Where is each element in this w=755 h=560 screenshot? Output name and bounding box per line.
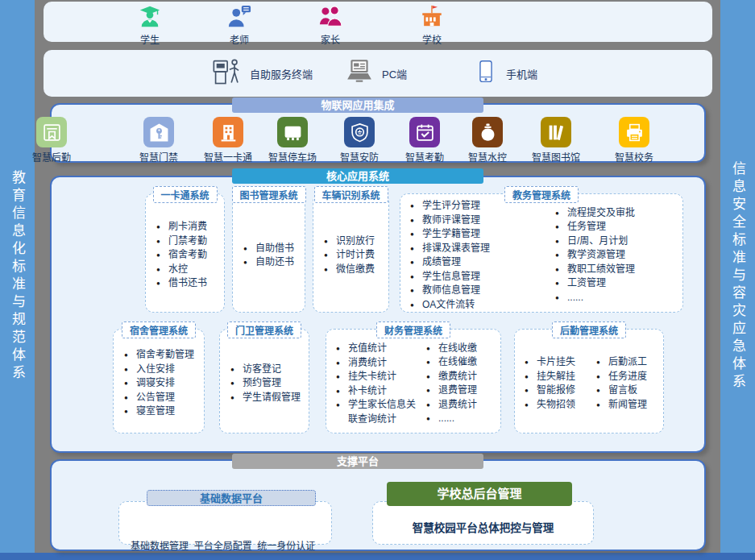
core-section-title: 核心应用系统 <box>232 168 483 184</box>
feature-list: 刷卡消费门禁考勤宿舍考勤水控借书还书 <box>156 220 207 291</box>
list-item: 教职工绩效管理 <box>555 263 635 277</box>
iot-item-door-access: 智慧门禁 <box>139 117 178 164</box>
list-item: 消费统计 <box>336 356 418 371</box>
list-item: 水控 <box>156 263 207 277</box>
user-group-teacher: 老师 <box>227 4 251 46</box>
system-card-body: 充值统计消费统计挂失卡统计补卡统计学生家长信息关联查询统计在线收缴在线催缴缴费统… <box>326 330 500 433</box>
iot-label: 智慧一卡通 <box>204 150 252 164</box>
system-card-title: 车辆识别系统 <box>313 186 388 203</box>
system-card: 教务管理系统学生评分管理教师评课管理学生学籍管理排课及课表管理成绩管理学生信息管… <box>400 193 683 313</box>
terminal-label: PC端 <box>382 66 407 81</box>
terminal-group-pc: PC端 <box>345 57 407 89</box>
system-card: 车辆识别系统识别放行计时计费微信缴费 <box>313 193 389 313</box>
base-data-platform-card: 基础数据管理 平台全局配置 统一身份认证 用户账户与权限管理 单点登录 <box>118 501 332 545</box>
iot-label: 智慧水控 <box>468 150 507 164</box>
iot-label: 智慧考勤 <box>405 150 444 164</box>
system-card: 财务管理系统充值统计消费统计挂失卡统计补卡统计学生家长信息关联查询统计在线收缴在… <box>326 329 501 433</box>
system-card-title: 后勤管理系统 <box>552 321 626 338</box>
system-card-body: 访客登记预约管理学生请假管理 <box>220 330 309 433</box>
system-card-title: 门卫管理系统 <box>227 321 301 338</box>
user-group-school: 学校 <box>420 4 444 46</box>
system-card: 一卡通系统刷卡消费门禁考勤宿舍考勤水控借书还书 <box>145 193 225 313</box>
security-icon <box>344 117 375 147</box>
iot-panel: 物联网应用集成 智慧门禁智慧一卡通智慧停车场智慧安防智慧考勤智慧水控智慧图书馆智… <box>50 103 706 163</box>
list-item: 门禁考勤 <box>156 234 207 249</box>
logistics-icon <box>36 117 67 147</box>
parking-icon <box>277 117 308 147</box>
list-item: 退费统计 <box>426 398 477 413</box>
support-section-title: 支撑平台 <box>232 454 483 469</box>
base-data-platform-features: 基础数据管理 平台全局配置 统一身份认证 用户账户与权限管理 单点登录 <box>119 502 331 560</box>
list-item: 宿舍考勤管理 <box>124 348 194 363</box>
smart-campus-architecture-diagram: 教育信息化标准与规范体系 信息安全标准与容灾应急体系 学生老师家长学校 自助服务… <box>0 0 755 560</box>
list-item: 寝室管理 <box>124 404 194 419</box>
list-item: 在线催缴 <box>426 355 477 370</box>
school-affairs-icon <box>619 117 649 147</box>
list-item: 新闻管理 <box>596 398 647 413</box>
feature-list: 学生评分管理教师评课管理学生学籍管理排课及课表管理成绩管理学生信息管理教师信息管… <box>410 199 497 312</box>
bottom-strip <box>0 553 755 560</box>
system-card-body: 识别放行计时计费微信缴费 <box>313 194 388 312</box>
iot-item-parking: 智慧停车场 <box>268 117 317 164</box>
system-card-title: 宿舍管理系统 <box>122 321 196 338</box>
core-systems-row-1: 一卡通系统刷卡消费门禁考勤宿舍考勤水控借书还书图书管理系统自助借书自助还书车辆识… <box>52 193 704 313</box>
iot-item-library: 智慧图书馆 <box>532 117 580 164</box>
system-card: 图书管理系统自助借书自助还书 <box>232 193 305 313</box>
iot-label: 智慧图书馆 <box>532 150 580 164</box>
terminal-group-kiosk: 自助服务终端 <box>211 56 313 90</box>
iot-section-title: 物联网应用集成 <box>232 97 483 113</box>
user-label: 家长 <box>321 32 340 46</box>
one-card-icon <box>213 117 243 147</box>
feature-list: 卡片挂失挂失解挂智能报修失物招领 <box>525 355 575 412</box>
core-systems-panel: 核心应用系统 一卡通系统刷卡消费门禁考勤宿舍考勤水控借书还书图书管理系统自助借书… <box>50 176 706 453</box>
list-item: 工资管理 <box>555 276 635 291</box>
feature-list: 访客登记预约管理学生请假管理 <box>230 363 301 405</box>
terminal-group-phone: 手机端 <box>474 60 537 87</box>
list-item: 挂失解挂 <box>525 370 575 384</box>
list-item: 退费管理 <box>426 384 477 398</box>
list-item: 预约管理 <box>230 376 301 391</box>
system-card-title: 一卡通系统 <box>152 186 217 203</box>
list-item: 卡片挂失 <box>525 355 575 370</box>
user-label: 学校 <box>422 32 442 46</box>
list-item: ...... <box>555 291 635 305</box>
list-item: 访客登记 <box>230 363 301 377</box>
list-item: 微信缴费 <box>324 263 375 277</box>
list-item: 流程提交及审批 <box>555 206 635 221</box>
left-banner-text: 教育信息化标准与规范体系 <box>7 170 27 383</box>
library-icon <box>541 117 571 147</box>
iot-item-logistics: 智慧后勤 <box>32 117 71 164</box>
student-icon <box>138 4 162 31</box>
feature-list: 宿舍考勤管理入住安排调寝安排公告管理寝室管理 <box>124 348 194 419</box>
list-item: 自助还书 <box>243 255 294 270</box>
feature-list: 后勤派工任务进度留言板新闻管理 <box>596 355 647 412</box>
right-standards-banner: 信息安全标准与容灾应急体系 <box>720 0 755 553</box>
school-admin-description: 智慧校园平台总体把控与管理 <box>373 502 593 544</box>
user-label: 老师 <box>230 32 249 46</box>
phone-icon <box>474 60 498 87</box>
iot-item-water-control: 智慧水控 <box>468 117 507 164</box>
list-item: 学生信息管理 <box>410 270 497 284</box>
feature-list: 流程提交及审批任务管理日/周、月计划教学资源管理教职工绩效管理工资管理.....… <box>555 206 635 305</box>
iot-label: 智慧校务 <box>615 150 653 164</box>
list-item: 刷卡消费 <box>156 220 207 234</box>
system-card-title: 财务管理系统 <box>376 321 450 338</box>
terminal-label: 手机端 <box>506 66 537 81</box>
list-item: 公告管理 <box>124 391 194 405</box>
list-item: 后勤派工 <box>596 355 647 370</box>
system-card-body: 卡片挂失挂失解挂智能报修失物招领后勤派工任务进度留言板新闻管理 <box>515 330 663 433</box>
left-standards-banner: 教育信息化标准与规范体系 <box>0 0 35 553</box>
door-access-icon <box>143 117 174 147</box>
iot-item-attendance: 智慧考勤 <box>405 117 444 164</box>
list-item: 在线收缴 <box>426 342 477 356</box>
list-item: 留言板 <box>596 384 647 398</box>
right-banner-text: 信息安全标准与容灾应急体系 <box>728 161 748 392</box>
parent-icon <box>318 4 342 31</box>
feature-list: 在线收缴在线催缴缴费统计退费管理退费统计...... <box>426 342 477 426</box>
list-item: 排课及课表管理 <box>410 242 497 256</box>
system-card-body: 学生评分管理教师评课管理学生学籍管理排课及课表管理成绩管理学生信息管理教师信息管… <box>400 194 682 312</box>
system-card: 宿舍管理系统宿舍考勤管理入住安排调寝安排公告管理寝室管理 <box>113 329 205 433</box>
system-card: 门卫管理系统访客登记预约管理学生请假管理 <box>219 329 309 433</box>
school-admin-card: 智慧校园平台总体把控与管理 <box>372 501 594 545</box>
list-item: 智能报修 <box>525 384 575 398</box>
